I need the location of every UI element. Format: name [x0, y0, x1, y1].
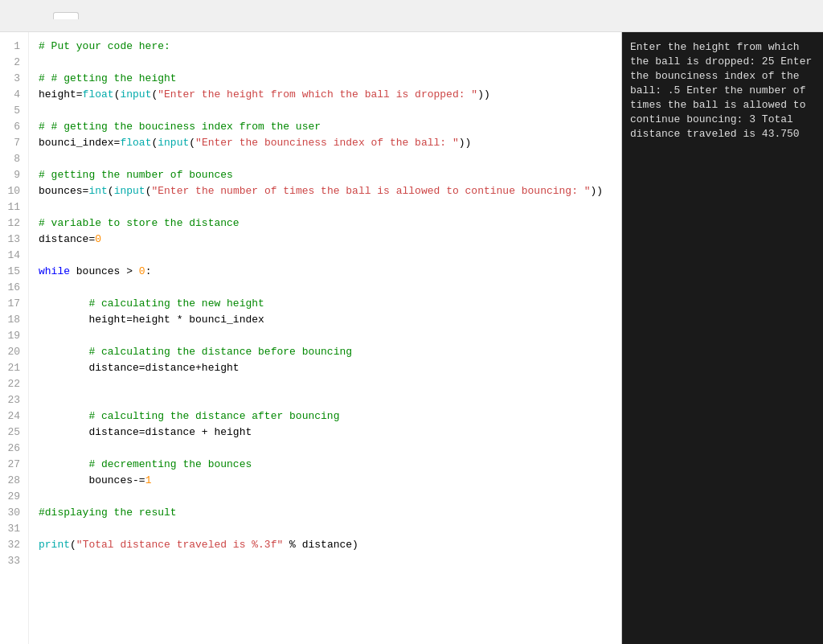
code-line: # calculting the distance after bouncing: [39, 408, 621, 425]
code-line: [39, 151, 621, 167]
code-line: [39, 103, 621, 119]
code-line: # getting the number of bounces: [39, 167, 621, 183]
code-line: while bounces > 0:: [39, 264, 621, 280]
code-area[interactable]: # Put your code here: # # getting the he…: [29, 32, 621, 644]
code-line: [39, 280, 621, 296]
code-line: distance=distance+height: [39, 360, 621, 376]
line-number: 29: [0, 489, 20, 505]
line-number: 1: [0, 39, 20, 55]
editor-panel[interactable]: 1234567891011121314151617181920212223242…: [0, 32, 622, 644]
line-number: 20: [0, 344, 20, 360]
code-line: distance=0: [39, 232, 621, 248]
code-line: # # getting the bouciness index from the…: [39, 119, 621, 135]
file-tab[interactable]: [53, 12, 79, 19]
code-line: [39, 376, 621, 392]
code-line: [39, 55, 621, 71]
line-number: 19: [0, 328, 20, 344]
line-number: 5: [0, 103, 20, 119]
code-line: distance=distance + height: [39, 425, 621, 441]
line-number: 30: [0, 505, 20, 521]
line-number: 18: [0, 312, 20, 328]
line-number: 25: [0, 425, 20, 441]
line-number: 17: [0, 296, 20, 312]
code-line: # Put your code here:: [39, 39, 621, 55]
code-line: height=height * bounci_index: [39, 312, 621, 328]
line-number: 26: [0, 441, 20, 457]
line-number: 16: [0, 280, 20, 296]
line-number: 15: [0, 264, 20, 280]
code-line: bounci_index=float(input("Enter the boun…: [39, 135, 621, 151]
code-line: print("Total distance traveled is %.3f" …: [39, 537, 621, 553]
line-number: 31: [0, 521, 20, 537]
line-number: 14: [0, 248, 20, 264]
line-number: 24: [0, 408, 20, 425]
code-line: bounces=int(input("Enter the number of t…: [39, 183, 621, 199]
code-line: [39, 441, 621, 457]
code-line: height=float(input("Enter the height fro…: [39, 87, 621, 103]
code-line: # calculating the distance before bounci…: [39, 344, 621, 360]
output-panel: Enter the height from which the ball is …: [622, 32, 823, 644]
line-number: 22: [0, 376, 20, 392]
code-line: [39, 521, 621, 537]
code-line: # calculating the new height: [39, 296, 621, 312]
code-line: # # getting the height: [39, 71, 621, 87]
code-line: # variable to store the distance: [39, 215, 621, 232]
code-line: # decrementing the bounces: [39, 457, 621, 473]
line-number: 6: [0, 119, 20, 135]
main-area: 1234567891011121314151617181920212223242…: [0, 32, 823, 644]
settings-button[interactable]: [31, 8, 47, 24]
line-number: 32: [0, 537, 20, 553]
code-line: #displaying the result: [39, 505, 621, 521]
line-number: 2: [0, 55, 20, 71]
code-line: bounces-=1: [39, 473, 621, 489]
line-number: 28: [0, 473, 20, 489]
code-line: [39, 392, 621, 408]
line-number: 33: [0, 553, 20, 569]
line-number: 4: [0, 87, 20, 103]
code-line: [39, 248, 621, 264]
line-number: 12: [0, 215, 20, 232]
code-line: [39, 199, 621, 215]
code-line: [39, 489, 621, 505]
line-number: 27: [0, 457, 20, 473]
line-number: 21: [0, 360, 20, 376]
code-line: [39, 553, 621, 569]
top-bar: [0, 0, 823, 32]
code-container: 1234567891011121314151617181920212223242…: [0, 32, 621, 644]
line-number: 7: [0, 135, 20, 151]
line-number: 13: [0, 232, 20, 248]
toolbar-icons: [8, 8, 47, 24]
line-number: 8: [0, 151, 20, 167]
line-number: 23: [0, 392, 20, 408]
line-number: 3: [0, 71, 20, 87]
line-number: 10: [0, 183, 20, 199]
code-line: [39, 328, 621, 344]
line-number: 9: [0, 167, 20, 183]
add-button[interactable]: [8, 8, 24, 24]
line-number: 11: [0, 199, 20, 215]
line-numbers: 1234567891011121314151617181920212223242…: [0, 32, 29, 644]
